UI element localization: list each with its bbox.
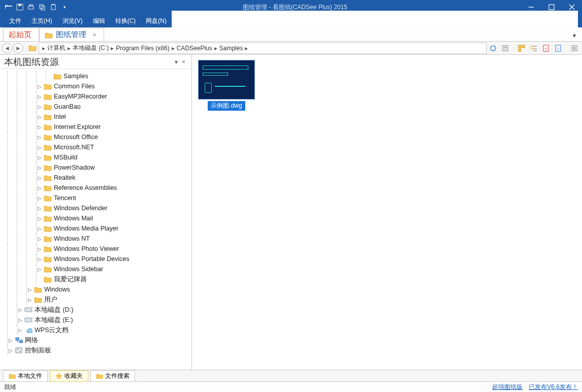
tools-icon[interactable] xyxy=(190,16,200,26)
tree-item[interactable]: ▷Windows Mail xyxy=(1,213,190,223)
bottom-tab-search[interactable]: 文件搜索 xyxy=(90,370,135,382)
tree-twisty-icon[interactable]: ▷ xyxy=(37,256,43,262)
tree-item[interactable]: ▷Internet Explorer xyxy=(1,122,190,132)
tree-item[interactable]: ▷Common Files xyxy=(1,81,190,91)
tree-twisty-icon[interactable]: ▷ xyxy=(8,348,14,353)
tab-start-page[interactable]: 起始页 xyxy=(3,28,39,41)
tree-twisty-icon[interactable]: ▷ xyxy=(27,287,33,292)
tree-twisty-icon[interactable]: ▷ xyxy=(8,338,14,343)
tree-item[interactable]: ▷MSBuild xyxy=(1,152,190,162)
menu-browse[interactable]: 浏览(V) xyxy=(57,15,88,27)
tree-twisty-icon[interactable]: ▷ xyxy=(37,104,43,110)
tree-item[interactable]: ▷Reference Assemblies xyxy=(1,183,190,193)
tree-item[interactable]: ▷EasyMP3Recorder xyxy=(1,91,190,102)
menu-file[interactable]: 文件 xyxy=(4,15,26,27)
tree-item[interactable]: ▷PowerShadow xyxy=(1,162,190,173)
tree-twisty-icon[interactable]: ▷ xyxy=(37,246,43,252)
tree-twisty-icon[interactable]: ▷ xyxy=(37,206,43,211)
tree-twisty-icon[interactable]: ▷ xyxy=(27,297,33,303)
file-thumbnail[interactable]: 示例图.dwg xyxy=(197,60,256,111)
tree-item[interactable]: ▷网络 xyxy=(1,335,190,345)
tab-drawing-manager[interactable]: 图纸管理 × xyxy=(39,28,104,41)
tree-twisty-icon[interactable]: ▷ xyxy=(37,84,43,89)
view-list-icon[interactable] xyxy=(528,43,539,54)
paste-icon[interactable] xyxy=(49,3,58,12)
tree-item[interactable]: 我爱记牌器 xyxy=(1,274,190,284)
tree-item[interactable]: ▷Microsoft Office xyxy=(1,132,190,142)
breadcrumb[interactable]: ▸计算机 ▸ 本地磁盘 (C:) ▸ Program Files (x86) ▸… xyxy=(39,43,487,54)
qat-more-icon[interactable]: ▾ xyxy=(60,3,69,12)
panel-close-icon[interactable]: × xyxy=(180,58,187,66)
settings-icon[interactable] xyxy=(569,43,580,54)
tree-item[interactable]: ▷Microsoft.NET xyxy=(1,142,190,152)
tree-twisty-icon[interactable]: ▷ xyxy=(17,307,23,313)
tree-twisty-icon[interactable]: ▷ xyxy=(37,195,43,201)
tree-item[interactable]: ▷本地磁盘 (D:) xyxy=(1,305,190,315)
help-icon[interactable]: ? xyxy=(243,16,253,26)
nav-back-button[interactable]: ◄ xyxy=(2,43,12,53)
tree-item[interactable]: ▷GuanBao xyxy=(1,102,190,112)
style-dropdown-icon[interactable]: ▾ xyxy=(203,16,213,26)
export-dwg-icon[interactable]: D xyxy=(553,43,564,54)
tree-item[interactable]: ▷用户 xyxy=(1,295,190,305)
breadcrumb-segment[interactable]: Samples xyxy=(219,45,243,52)
tree-twisty-icon[interactable]: ▷ xyxy=(37,135,43,140)
tree-item[interactable]: ▷Tencent xyxy=(1,193,190,203)
tree-item[interactable]: ▷Windows NT xyxy=(1,234,190,244)
export-pdf-icon[interactable]: P xyxy=(540,43,552,54)
tree-item[interactable]: ▷控制面板 xyxy=(1,345,190,355)
pointer-icon[interactable] xyxy=(216,16,227,26)
bottom-tab-favorites[interactable]: 收藏夹 xyxy=(50,370,88,382)
options-dropdown-icon[interactable]: ▾ xyxy=(177,16,187,26)
close-tab-icon[interactable]: × xyxy=(92,31,96,39)
tree-twisty-icon[interactable]: ▷ xyxy=(37,226,43,232)
save-icon[interactable] xyxy=(15,3,24,12)
tree-item[interactable]: ▷Realtek xyxy=(1,173,190,183)
tree-item[interactable]: Samples xyxy=(1,71,190,81)
menu-convert[interactable]: 转换(C) xyxy=(110,15,141,27)
tree-twisty-icon[interactable]: ▷ xyxy=(17,317,23,323)
tree-twisty-icon[interactable]: ▷ xyxy=(37,114,43,120)
menu-edit[interactable]: 编辑 xyxy=(88,15,110,27)
tree-twisty-icon[interactable]: ▷ xyxy=(37,185,43,191)
status-link-2[interactable]: 已发布V6.6发布！ xyxy=(529,383,578,391)
tree-twisty-icon[interactable]: ▷ xyxy=(37,155,43,160)
tree-twisty-icon[interactable]: ▷ xyxy=(37,124,43,130)
tree-twisty-icon[interactable]: ▷ xyxy=(37,267,43,272)
print-icon[interactable] xyxy=(26,3,36,12)
tree-item[interactable]: ▷Windows xyxy=(1,284,190,295)
panel-pin-icon[interactable]: ▾ xyxy=(173,58,180,66)
breadcrumb-segment[interactable]: CADSeePlus xyxy=(177,45,212,52)
status-link-1[interactable]: 超强图纸版 xyxy=(492,383,523,391)
breadcrumb-segment[interactable]: Program Files (x86) xyxy=(116,45,169,52)
tree-item[interactable]: ▷Intel xyxy=(1,112,190,122)
menu-home[interactable]: 主页(H) xyxy=(26,15,57,27)
user-icon[interactable] xyxy=(256,16,266,26)
tree-item[interactable]: ▷Windows Portable Devices xyxy=(1,254,190,264)
folder-tree[interactable]: Samples▷Common Files▷EasyMP3Recorder▷Gua… xyxy=(0,69,191,370)
tree-twisty-icon[interactable]: ▷ xyxy=(37,216,43,221)
copy-icon[interactable] xyxy=(38,3,47,12)
tree-item[interactable]: ▷Windows Photo Viewer xyxy=(1,244,190,254)
refresh-icon[interactable] xyxy=(488,43,499,54)
up-level-icon[interactable] xyxy=(500,43,511,54)
tree-item[interactable]: ▷Windows Sidebar xyxy=(1,264,190,274)
menu-netdisk[interactable]: 网盘(N) xyxy=(141,15,172,27)
bottom-tab-local[interactable]: 本地文件 xyxy=(3,370,48,382)
tree-twisty-icon[interactable] xyxy=(37,277,43,282)
tree-twisty-icon[interactable]: ▷ xyxy=(37,165,43,171)
content-pane[interactable]: 示例图.dwg xyxy=(192,55,582,370)
tree-twisty-icon[interactable]: ▷ xyxy=(17,328,23,333)
nav-forward-button[interactable]: ► xyxy=(13,43,23,53)
open-icon[interactable] xyxy=(4,3,13,12)
tabs-overflow-icon[interactable]: ▾ xyxy=(570,30,579,41)
pointer-dropdown-icon[interactable]: ▾ xyxy=(230,16,240,26)
tree-item[interactable]: ▷本地磁盘 (E:) xyxy=(1,315,190,325)
tree-item[interactable]: ▷Windows Media Player xyxy=(1,223,190,234)
tree-twisty-icon[interactable]: ▷ xyxy=(37,145,43,150)
view-thumbnails-icon[interactable] xyxy=(516,43,527,54)
tree-twisty-icon[interactable]: ▷ xyxy=(37,236,43,242)
breadcrumb-segment[interactable]: 本地磁盘 (C:) xyxy=(73,44,109,52)
tree-twisty-icon[interactable] xyxy=(46,74,52,79)
tree-twisty-icon[interactable]: ▷ xyxy=(37,175,43,181)
